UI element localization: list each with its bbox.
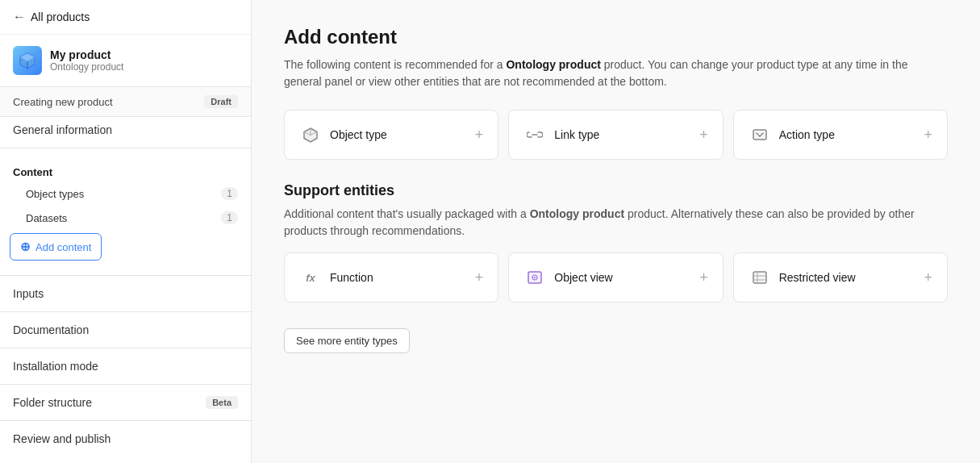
card-object-view-plus-icon: + xyxy=(699,269,708,286)
restricted-view-icon xyxy=(749,266,771,289)
sidebar-item-folder-structure[interactable]: Folder structure Beta xyxy=(0,390,251,415)
nav-divider-2 xyxy=(0,275,251,276)
action-icon xyxy=(749,123,771,146)
card-object-view-left: Object view xyxy=(523,266,612,289)
desc-bold: Ontology product xyxy=(506,58,600,71)
content-section: Content Object types 1 Datasets 1 ⊕ Add … xyxy=(0,153,251,270)
card-function-plus-icon: + xyxy=(475,269,484,286)
product-icon xyxy=(13,46,42,75)
card-object-type-left: Object type xyxy=(299,123,387,146)
support-cards-grid: fx Function + Object view + xyxy=(284,252,948,302)
support-section-title: Support entities xyxy=(284,182,948,199)
sidebar-item-inputs[interactable]: Inputs xyxy=(0,281,251,307)
page-title: Add content xyxy=(284,26,948,48)
nav-divider-5 xyxy=(0,384,251,385)
card-action-type-left: Action type xyxy=(749,123,835,146)
sidebar-item-object-types[interactable]: Object types 1 xyxy=(0,181,251,206)
card-link-type-plus-icon: + xyxy=(699,127,708,144)
card-object-view-label: Object view xyxy=(554,271,612,284)
back-arrow-icon: ← xyxy=(13,10,26,24)
beta-badge: Beta xyxy=(206,396,238,409)
nav-divider-6 xyxy=(0,420,251,421)
card-link-type-left: Link type xyxy=(523,123,599,146)
product-text: My product Ontology product xyxy=(50,48,123,73)
add-content-plus-icon: ⊕ xyxy=(20,240,31,254)
product-type: Ontology product xyxy=(50,61,123,73)
sidebar-item-review-publish[interactable]: Review and publish xyxy=(0,426,251,452)
object-types-label: Object types xyxy=(26,188,84,200)
nav-divider-1 xyxy=(0,148,251,148)
draft-badge: Draft xyxy=(204,95,238,108)
primary-cards-grid: Object type + Link type + xyxy=(284,110,948,160)
page-description: The following content is recommended for… xyxy=(284,56,929,90)
card-action-type-label: Action type xyxy=(779,128,835,141)
card-function-label: Function xyxy=(330,271,373,284)
datasets-count: 1 xyxy=(221,211,238,224)
card-function-left: fx Function xyxy=(299,266,373,289)
card-object-type-plus-icon: + xyxy=(475,127,484,144)
sidebar-item-general-information[interactable]: General information xyxy=(0,117,251,143)
card-object-view[interactable]: Object view + xyxy=(508,252,723,302)
add-content-button[interactable]: ⊕ Add content xyxy=(10,233,102,261)
svg-point-11 xyxy=(534,277,536,278)
support-desc-bold: Ontology product xyxy=(530,207,624,220)
nav-divider-4 xyxy=(0,348,251,348)
back-button[interactable]: ← All products xyxy=(0,0,251,35)
card-object-type[interactable]: Object type + xyxy=(284,110,498,160)
content-section-title: Content xyxy=(0,160,251,181)
sidebar-item-documentation[interactable]: Documentation xyxy=(0,317,251,343)
support-desc-part1: Additional content that's usually packag… xyxy=(284,207,530,220)
card-function[interactable]: fx Function + xyxy=(284,252,498,302)
product-name: My product xyxy=(50,48,123,61)
cube-icon xyxy=(299,123,322,146)
creating-label: Creating new product xyxy=(13,96,113,108)
main-content: Add content The following content is rec… xyxy=(252,0,980,463)
card-object-type-label: Object type xyxy=(330,128,387,141)
support-description: Additional content that's usually packag… xyxy=(284,206,948,240)
card-restricted-view-plus-icon: + xyxy=(924,269,932,286)
see-more-label: See more entity types xyxy=(296,335,398,347)
object-types-count: 1 xyxy=(221,187,238,200)
back-label: All products xyxy=(31,10,90,23)
card-action-type[interactable]: Action type + xyxy=(733,110,948,160)
function-icon: fx xyxy=(299,266,322,289)
card-restricted-view-label: Restricted view xyxy=(779,271,856,284)
object-view-icon xyxy=(523,266,546,289)
creating-bar: Creating new product Draft xyxy=(0,87,251,117)
add-content-label: Add content xyxy=(35,241,91,253)
desc-part1: The following content is recommended for… xyxy=(284,58,506,71)
nav-divider-3 xyxy=(0,311,251,312)
sidebar-item-datasets[interactable]: Datasets 1 xyxy=(0,206,251,230)
sidebar-item-installation-mode[interactable]: Installation mode xyxy=(0,353,251,379)
link-icon xyxy=(523,123,546,146)
card-action-type-plus-icon: + xyxy=(924,127,932,144)
card-link-type-label: Link type xyxy=(554,128,599,141)
svg-rect-6 xyxy=(753,130,766,140)
card-restricted-view-left: Restricted view xyxy=(749,266,856,289)
sidebar: ← All products My product Ontology produ… xyxy=(0,0,252,463)
see-more-button[interactable]: See more entity types xyxy=(284,328,410,353)
card-link-type[interactable]: Link type + xyxy=(508,110,723,160)
datasets-label: Datasets xyxy=(26,212,67,224)
product-info: My product Ontology product xyxy=(0,35,251,87)
svg-rect-12 xyxy=(753,272,766,283)
card-restricted-view[interactable]: Restricted view + xyxy=(733,252,948,302)
